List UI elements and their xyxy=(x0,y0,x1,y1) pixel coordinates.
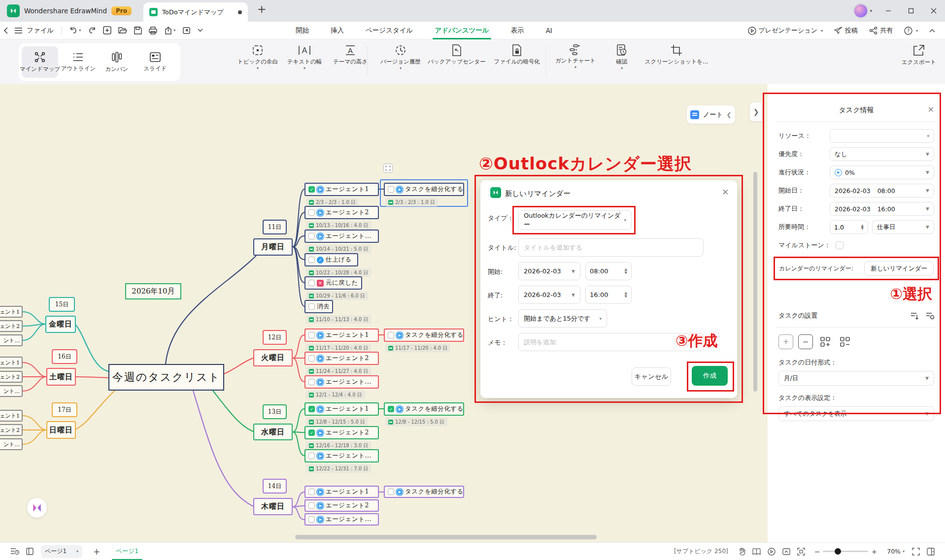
task-node[interactable]: ▶ エージェント2 xyxy=(304,352,379,365)
share-button[interactable]: 共有 xyxy=(869,26,893,35)
print-icon[interactable] xyxy=(149,27,157,34)
end-time-stepper[interactable]: 16:00▲▼ xyxy=(585,286,632,304)
date-callout[interactable]: 17日 xyxy=(52,402,77,417)
new-document-icon[interactable] xyxy=(103,26,111,34)
task-node[interactable]: ▶ エージェント2 xyxy=(304,206,379,219)
task-node[interactable]: ✓ ▶ エージェント1 xyxy=(304,402,379,416)
share-export-icon[interactable]: ▾ xyxy=(164,27,175,34)
collapse-ribbon-icon[interactable] xyxy=(929,29,935,33)
memo-input[interactable] xyxy=(524,338,698,346)
present-screen-icon[interactable] xyxy=(782,548,790,555)
zoom-out-button[interactable]: − xyxy=(814,548,820,556)
checkbox-icon[interactable] xyxy=(308,332,315,338)
day-topic-friday[interactable]: 金曜日 xyxy=(45,316,76,333)
checkbox-icon[interactable] xyxy=(388,489,394,495)
tab-insert[interactable]: 挿入 xyxy=(331,22,344,39)
remove-subtask-grid-button[interactable] xyxy=(838,334,852,349)
review-button[interactable]: 確認▾ xyxy=(595,44,649,69)
clipped-task-node[interactable]: ント... xyxy=(0,438,23,450)
title-input[interactable] xyxy=(524,244,698,251)
date-callout[interactable]: 16日 xyxy=(52,349,77,364)
checkbox-checked-icon[interactable]: ✓ xyxy=(308,429,315,436)
checkbox-icon[interactable] xyxy=(308,280,315,286)
task-node[interactable]: ✓ 仕上げる xyxy=(304,253,358,266)
subtask-node[interactable]: ▶ タスクを細分化する xyxy=(384,486,464,498)
stepper-arrows-icon[interactable]: ▲▼ xyxy=(861,224,864,230)
cancel-button[interactable]: キャンセル xyxy=(632,367,671,386)
checkbox-icon[interactable] xyxy=(308,453,315,459)
presentation-button[interactable]: プレゼンテーション▾ xyxy=(748,26,823,35)
file-encryption-button[interactable]: ファイルの暗号化 xyxy=(490,44,544,66)
start-date-select[interactable]: 2026-02-0308:00▼ xyxy=(830,184,934,198)
date-format-select[interactable]: 月/日▼ xyxy=(778,371,934,386)
filter-settings-icon[interactable] xyxy=(926,312,934,320)
maximize-button[interactable] xyxy=(900,0,922,22)
central-topic[interactable]: 今週のタスクリスト xyxy=(108,364,224,391)
fullscreen-icon[interactable] xyxy=(912,548,920,556)
clipped-task-node[interactable]: ェント2 xyxy=(0,424,23,436)
screenshot-button[interactable]: スクリーンショットを... xyxy=(649,44,704,66)
board-view-icon[interactable] xyxy=(26,548,34,555)
new-tab-button[interactable]: + xyxy=(257,4,266,15)
tab-view[interactable]: 表示 xyxy=(511,22,524,39)
back-icon[interactable] xyxy=(3,27,8,34)
task-node[interactable]: ✓ ▶ エージェント2 xyxy=(304,426,379,439)
progress-select[interactable]: ▶0%▼ xyxy=(830,165,934,179)
duration-stepper[interactable]: 1.0▲▼ xyxy=(830,220,868,234)
priority-select[interactable]: なし▼ xyxy=(830,147,934,161)
checkbox-icon[interactable] xyxy=(308,233,315,239)
clipped-task-node[interactable]: ェント2 xyxy=(0,371,23,383)
play-demo-icon[interactable] xyxy=(768,548,776,556)
clipped-task-node[interactable]: ェント1 xyxy=(0,306,23,318)
clipped-task-node[interactable]: ェント1 xyxy=(0,410,23,422)
horizontal-scrollbar[interactable] xyxy=(295,535,597,539)
zoom-value[interactable]: 70% xyxy=(887,548,901,555)
checkbox-icon[interactable] xyxy=(308,516,315,523)
type-select[interactable]: Outlookカレンダーのリマインダー▾ xyxy=(518,210,632,230)
day-topic-monday[interactable]: 月曜日 xyxy=(253,238,293,256)
view-slide-button[interactable]: スライド xyxy=(137,46,173,78)
hint-select[interactable]: 開始まであと15分です▾ xyxy=(518,309,607,328)
day-topic-saturday[interactable]: 土曜日 xyxy=(46,368,76,386)
share-caret-icon[interactable]: ▾ xyxy=(173,28,175,33)
save-icon[interactable] xyxy=(134,27,142,34)
view-outline-button[interactable]: アウトライン xyxy=(60,46,97,78)
task-node[interactable]: ▶ エージェント... xyxy=(304,513,379,526)
hand-tool-icon[interactable] xyxy=(739,548,745,556)
file-menu[interactable]: ファイル xyxy=(27,26,54,35)
task-node[interactable]: 消去 xyxy=(304,300,333,313)
tab-page-style[interactable]: ページスタイル xyxy=(366,22,413,39)
pages-icon[interactable] xyxy=(752,548,761,555)
task-node[interactable]: ▶ エージェント... xyxy=(304,375,379,389)
clipped-task-node[interactable]: ェント1 xyxy=(0,357,23,368)
duration-unit-select[interactable]: 仕事日▼ xyxy=(872,220,934,234)
clipped-task-node[interactable]: ント... xyxy=(0,334,23,346)
new-reminder-button[interactable]: 新しいリマインダー xyxy=(864,261,934,276)
end-date-select[interactable]: 2026-02-0316:00▼ xyxy=(830,202,934,216)
panel-expand-toggle[interactable]: ❯ xyxy=(750,102,762,121)
help-button[interactable]: ? ▾ xyxy=(904,27,918,35)
zoom-slider-knob[interactable] xyxy=(835,548,841,555)
view-kanban-button[interactable]: カンバン xyxy=(99,46,135,78)
month-topic[interactable]: 2026年10月 xyxy=(125,283,181,299)
start-time-stepper[interactable]: 08:00▲▼ xyxy=(585,262,632,280)
date-callout[interactable]: 11日 xyxy=(263,220,287,234)
checkbox-icon[interactable] xyxy=(308,303,315,310)
stepper-arrows-icon[interactable]: ▲▼ xyxy=(625,292,627,298)
theme-height-button[interactable]: A テーマの高さ xyxy=(323,44,377,66)
post-button[interactable]: 投稿 xyxy=(834,26,858,35)
note-button[interactable]: ノート ❮ xyxy=(687,105,735,124)
checkbox-icon[interactable] xyxy=(388,332,394,338)
date-callout[interactable]: 13日 xyxy=(263,404,287,419)
minimize-button[interactable] xyxy=(877,0,900,22)
undo-caret-icon[interactable]: ▾ xyxy=(79,28,81,33)
panel-close-icon[interactable]: ✕ xyxy=(928,105,934,114)
backup-center-button[interactable]: バックアップセンター xyxy=(430,44,484,66)
fit-window-icon[interactable] xyxy=(797,548,805,556)
checkbox-checked-icon[interactable]: ✓ xyxy=(388,406,394,412)
page-tab-active[interactable]: ページ1 xyxy=(116,543,138,560)
expand-handle-icon[interactable] xyxy=(383,164,393,173)
page-select[interactable]: ページ1▾ xyxy=(41,545,82,558)
sort-icon[interactable] xyxy=(911,312,919,320)
date-callout[interactable]: 15日 xyxy=(49,297,75,312)
